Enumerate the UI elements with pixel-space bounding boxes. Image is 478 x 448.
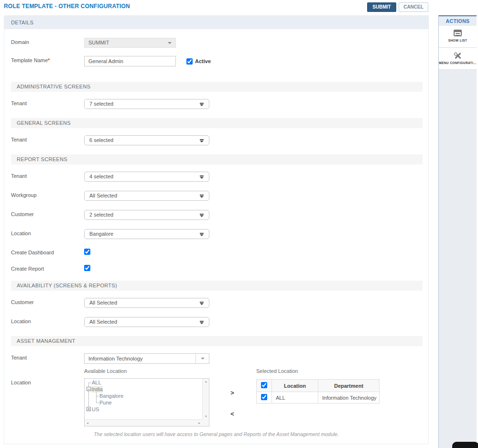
tree-connector-line	[96, 403, 99, 403]
asset-tenant-value: Information Technology	[88, 356, 143, 361]
create-report-checkbox[interactable]	[84, 265, 90, 271]
chevron-down-icon	[168, 42, 172, 44]
table-header-row: Location Department	[257, 380, 380, 392]
create-report-label: Create Report	[11, 266, 80, 272]
active-checkbox[interactable]	[186, 58, 193, 65]
avail-customer-multiselect[interactable]: All Selected	[84, 298, 209, 308]
domain-select[interactable]: SUMMIT	[84, 38, 176, 48]
chevron-down-icon	[200, 302, 204, 306]
section-header-details: DETAILS	[4, 16, 428, 29]
template-name-input[interactable]	[84, 56, 176, 66]
asset-management-note: The selected location users will have ac…	[4, 431, 428, 437]
section-header-administrative-screens: ADMINISTRATIVE SCREENS	[11, 82, 423, 92]
column-header-location: Location	[272, 380, 318, 392]
tree-item-bangalore[interactable]: Bangalore	[99, 393, 123, 399]
domain-label: Domain	[11, 39, 80, 45]
vertical-scrollbar[interactable]: ▲ ▼	[202, 379, 209, 419]
tree-connector-line	[88, 382, 91, 383]
section-title: AVAILABILITY (SCREENS & REPORTS)	[17, 283, 117, 288]
move-right-button[interactable]: >	[228, 389, 237, 397]
asset-tenant-label: Tenant	[11, 355, 80, 361]
move-left-button[interactable]: <	[228, 410, 237, 418]
action-label: SHOW LIST	[439, 39, 477, 42]
cancel-button[interactable]: CANCEL	[399, 2, 428, 12]
column-header-department: Department	[318, 380, 380, 392]
section-header-report-screens: REPORT SCREENS	[11, 154, 423, 164]
list-icon	[454, 30, 462, 36]
avail-customer-value: All Selected	[89, 300, 117, 306]
admin-tenant-value: 7 selected	[89, 101, 113, 107]
domain-value: SUMMIT	[88, 40, 109, 45]
chevron-down-icon	[200, 139, 204, 143]
select-all-checkbox[interactable]	[261, 382, 267, 388]
workgroup-multiselect[interactable]: All Selected	[84, 191, 209, 201]
tree-item-india[interactable]: India	[91, 386, 103, 393]
create-dashboard-checkbox[interactable]	[84, 249, 90, 255]
tree-item-pune[interactable]: Pune	[99, 400, 112, 406]
report-tenant-multiselect[interactable]: 4 selected	[84, 172, 209, 182]
table-row: ALL Information Technology	[257, 392, 380, 404]
row-checkbox[interactable]	[261, 394, 267, 400]
submit-button[interactable]: SUBMIT	[367, 2, 396, 12]
scroll-left-icon[interactable]: ◄	[86, 422, 89, 425]
page-title: ROLE TEMPLATE - OTHER CONFIGURATION	[4, 3, 130, 10]
tools-icon	[454, 52, 462, 59]
report-tenant-value: 4 selected	[89, 174, 113, 179]
chevron-down-icon	[201, 358, 205, 360]
show-list-button[interactable]: SHOW LIST	[439, 26, 477, 48]
report-location-value: Bangalore	[89, 231, 113, 237]
avail-location-multiselect[interactable]: All Selected	[84, 317, 209, 327]
actions-sidebar: ACTIONS SHOW LIST MENU CONFIGURATI...	[438, 15, 477, 448]
chat-widget[interactable]	[452, 442, 478, 448]
asset-location-label: Location	[11, 380, 80, 385]
report-location-label: Location	[11, 230, 80, 236]
menu-configuration-button[interactable]: MENU CONFIGURATI...	[439, 48, 477, 70]
avail-location-value: All Selected	[89, 319, 117, 325]
available-location-tree: ALL - India Bangalore Pune + US ▲ ▼ ◄ ►	[84, 378, 209, 426]
chevron-down-icon	[200, 103, 204, 107]
scroll-down-icon[interactable]: ▼	[205, 415, 207, 418]
avail-customer-label: Customer	[11, 299, 80, 305]
report-customer-value: 2 selected	[89, 212, 113, 218]
template-name-label: Template Name*	[11, 57, 80, 63]
chevron-down-icon	[200, 321, 204, 325]
report-location-multiselect[interactable]: Bangalore	[84, 229, 209, 239]
combobox-caret-button[interactable]	[196, 354, 209, 363]
chevron-down-icon	[200, 214, 204, 218]
tree-item-us[interactable]: US	[92, 406, 99, 413]
tree-connector-line	[96, 392, 97, 403]
selected-location-label: Selected Location	[256, 368, 298, 374]
section-header-general-screens: GENERAL SCREENS	[11, 118, 423, 128]
tree-expand-toggle[interactable]: +	[87, 407, 91, 411]
general-tenant-label: Tenant	[11, 137, 80, 142]
general-tenant-multiselect[interactable]: 6 selected	[84, 135, 209, 145]
admin-tenant-label: Tenant	[11, 100, 80, 106]
report-customer-multiselect[interactable]: 2 selected	[84, 210, 209, 220]
workgroup-value: All Selected	[89, 193, 117, 198]
section-title: ASSET MANAGEMENT	[17, 338, 76, 344]
asset-tenant-combobox[interactable]: Information Technology	[84, 353, 209, 364]
form-panel: DETAILS Domain SUMMIT Template Name* Act…	[4, 15, 429, 444]
active-label: Active	[195, 58, 211, 64]
chevron-down-icon	[200, 175, 204, 179]
tree-collapse-toggle[interactable]: -	[87, 387, 91, 391]
section-title: GENERAL SCREENS	[17, 120, 71, 126]
horizontal-scrollbar[interactable]: ◄ ►	[85, 419, 202, 426]
available-location-label: Available Location	[84, 368, 127, 374]
tree-item-all[interactable]: ALL	[92, 380, 101, 386]
section-title: DETAILS	[11, 20, 33, 25]
admin-tenant-multiselect[interactable]: 7 selected	[84, 99, 209, 109]
create-dashboard-label: Create Dashboard	[11, 250, 80, 255]
avail-location-label: Location	[11, 318, 80, 324]
scroll-up-icon[interactable]: ▲	[205, 380, 207, 383]
chevron-down-icon	[200, 233, 204, 237]
required-asterisk: *	[48, 57, 50, 63]
scroll-right-icon[interactable]: ►	[198, 422, 201, 425]
scrollbar-corner	[202, 419, 209, 426]
actions-panel-title: ACTIONS	[439, 16, 477, 26]
cell-location: ALL	[272, 392, 318, 404]
tree-connector-line	[96, 396, 99, 396]
workgroup-label: Workgroup	[11, 192, 80, 198]
section-header-availability: AVAILABILITY (SCREENS & REPORTS)	[11, 281, 423, 291]
section-title: REPORT SCREENS	[17, 156, 67, 162]
